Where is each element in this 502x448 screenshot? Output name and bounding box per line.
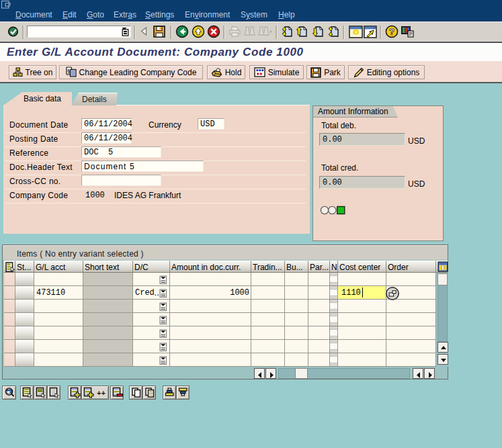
svg-text:§: § xyxy=(67,68,71,75)
svg-text:?: ? xyxy=(389,26,395,37)
svg-text:++: ++ xyxy=(97,390,106,398)
